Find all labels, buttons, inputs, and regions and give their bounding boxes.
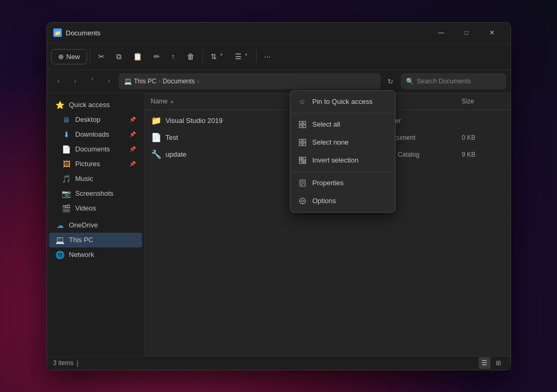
test-icon: 📄 <box>151 132 162 143</box>
new-label: New <box>67 53 80 61</box>
menu-label-select-all: Select all <box>313 120 341 128</box>
back-button[interactable]: ‹ <box>51 74 66 89</box>
share-icon: ↑ <box>172 52 175 61</box>
refresh-button[interactable]: ↻ <box>383 73 399 89</box>
menu-label-invert-selection: Invert selection <box>313 156 358 164</box>
more-button[interactable]: ··· <box>259 49 276 64</box>
address-bar[interactable]: 💻 This PC › Documents › <box>119 73 381 89</box>
rename-button[interactable]: ✏ <box>148 49 165 64</box>
close-button[interactable]: ✕ <box>480 25 504 41</box>
rename-icon: ✏ <box>154 52 160 61</box>
col-header-size[interactable]: Size <box>462 98 504 105</box>
sidebar-label-pictures: Pictures <box>75 160 100 168</box>
search-bar[interactable]: 🔍 Search Documents <box>401 73 506 89</box>
up-button[interactable]: ↑ <box>102 74 117 89</box>
sidebar-item-screenshots[interactable]: 📷 Screenshots <box>49 186 142 201</box>
desktop-icon: 🖥 <box>62 115 71 125</box>
item-count: 3 items <box>53 359 74 367</box>
menu-item-invert-selection[interactable]: Invert selection <box>290 151 395 169</box>
menu-item-select-all[interactable]: Select all <box>290 116 395 133</box>
sidebar-item-quick-access[interactable]: ⭐ Quick access <box>49 98 142 112</box>
status-separator: | <box>77 359 78 367</box>
search-placeholder: Search Documents <box>417 78 471 85</box>
minimize-button[interactable]: — <box>429 25 454 41</box>
view-toggle-buttons: ☰ ⊞ <box>479 357 504 369</box>
window-title: Documents <box>66 29 429 37</box>
quick-access-icon: ⭐ <box>55 100 65 110</box>
sidebar-item-documents[interactable]: 📄 Documents 📌 <box>49 142 142 157</box>
menu-label-pin-quick-access: Pin to Quick access <box>313 98 373 106</box>
maximize-button[interactable]: □ <box>455 25 479 41</box>
select-none-icon <box>298 138 307 147</box>
sidebar-label-network: Network <box>69 251 95 259</box>
sort-button[interactable]: ⇅ ˅ <box>205 49 229 64</box>
title-bar: 📁 Documents — □ ✕ <box>47 23 511 44</box>
sidebar-item-network[interactable]: 🌐 Network <box>49 247 142 262</box>
menu-item-options[interactable]: Options <box>290 192 395 210</box>
view-chevron: ˅ <box>244 53 248 61</box>
search-icon: 🔍 <box>406 78 414 85</box>
downloads-icon: ⬇ <box>62 130 71 139</box>
new-button[interactable]: ⊕ New <box>51 49 87 64</box>
menu-item-properties[interactable]: Properties <box>290 174 395 192</box>
svg-rect-8 <box>299 157 302 160</box>
view-icon: ☰ <box>235 52 242 61</box>
sidebar-section-locations: ☁ OneDrive 💻 This PC 🌐 Network <box>47 218 144 262</box>
update-size: 9 KB <box>462 151 504 158</box>
test-size: 0 KB <box>462 134 504 141</box>
sidebar-item-music[interactable]: 🎵 Music <box>49 171 142 186</box>
sidebar-label-quick-access: Quick access <box>69 101 110 109</box>
sidebar-label-downloads: Downloads <box>75 130 109 138</box>
sidebar-item-downloads[interactable]: ⬇ Downloads 📌 <box>49 127 142 142</box>
breadcrumb-this-pc[interactable]: This PC <box>134 78 157 85</box>
this-pc-icon: 💻 <box>55 235 65 245</box>
screenshots-icon: 📷 <box>62 189 71 198</box>
forward-button[interactable]: › <box>68 74 83 89</box>
menu-item-select-none[interactable]: Select none <box>290 133 395 151</box>
options-icon <box>298 196 307 206</box>
breadcrumb-sep-1: › <box>158 78 161 85</box>
menu-separator-2 <box>290 171 395 172</box>
sidebar-item-onedrive[interactable]: ☁ OneDrive <box>49 218 142 233</box>
music-icon: 🎵 <box>62 174 71 184</box>
pictures-icon: 🖼 <box>62 159 71 169</box>
sort-chevron: ˅ <box>220 53 223 61</box>
sort-asc-icon: ▲ <box>170 99 175 104</box>
svg-rect-3 <box>303 125 306 128</box>
menu-item-pin-quick-access[interactable]: ☆ Pin to Quick access <box>290 93 395 111</box>
sidebar-item-pictures[interactable]: 🖼 Pictures 📌 <box>49 157 142 171</box>
recent-button[interactable]: ˅ <box>85 74 100 89</box>
sidebar-label-videos: Videos <box>75 204 97 212</box>
context-menu: ☆ Pin to Quick access Select all <box>290 90 395 213</box>
sidebar: ⭐ Quick access 🖥 Desktop 📌 ⬇ Downloads 📌… <box>47 93 145 356</box>
view-button[interactable]: ☰ ˅ <box>230 49 253 64</box>
breadcrumb-sep-2: › <box>197 78 199 85</box>
breadcrumb-documents[interactable]: Documents <box>163 78 195 85</box>
network-icon: 🌐 <box>55 250 65 260</box>
share-button[interactable]: ↑ <box>166 49 181 64</box>
list-view-button[interactable]: ☰ <box>479 357 490 369</box>
paste-icon: 📋 <box>133 52 142 61</box>
nav-bar: ‹ › ˅ ↑ 💻 This PC › Documents › ↻ 🔍 Sear… <box>47 70 511 93</box>
sidebar-label-documents: Documents <box>75 145 110 153</box>
sidebar-item-desktop[interactable]: 🖥 Desktop 📌 <box>49 112 142 127</box>
file-explorer-window: 📁 Documents — □ ✕ ⊕ New ✂ ⧉ 📋 ✏ ↑ 🗑 <box>46 22 511 370</box>
sidebar-item-this-pc[interactable]: 💻 This PC <box>49 233 142 247</box>
paste-button[interactable]: 📋 <box>128 49 147 64</box>
svg-rect-1 <box>303 121 306 124</box>
downloads-pin-icon: 📌 <box>129 131 136 137</box>
copy-button[interactable]: ⧉ <box>111 49 127 64</box>
update-icon: 🔧 <box>151 149 162 160</box>
cut-button[interactable]: ✂ <box>93 49 110 64</box>
grid-view-button[interactable]: ⊞ <box>493 357 504 369</box>
window-controls: — □ ✕ <box>429 25 504 41</box>
more-icon: ··· <box>265 52 271 61</box>
sidebar-label-this-pc: This PC <box>69 236 93 244</box>
delete-button[interactable]: 🗑 <box>182 49 200 64</box>
videos-icon: 🎬 <box>62 204 71 213</box>
copy-icon: ⧉ <box>116 52 121 61</box>
menu-separator-1 <box>290 113 395 113</box>
sidebar-item-videos[interactable]: 🎬 Videos <box>49 201 142 216</box>
new-icon: ⊕ <box>58 53 64 61</box>
documents-icon: 📄 <box>62 145 71 154</box>
